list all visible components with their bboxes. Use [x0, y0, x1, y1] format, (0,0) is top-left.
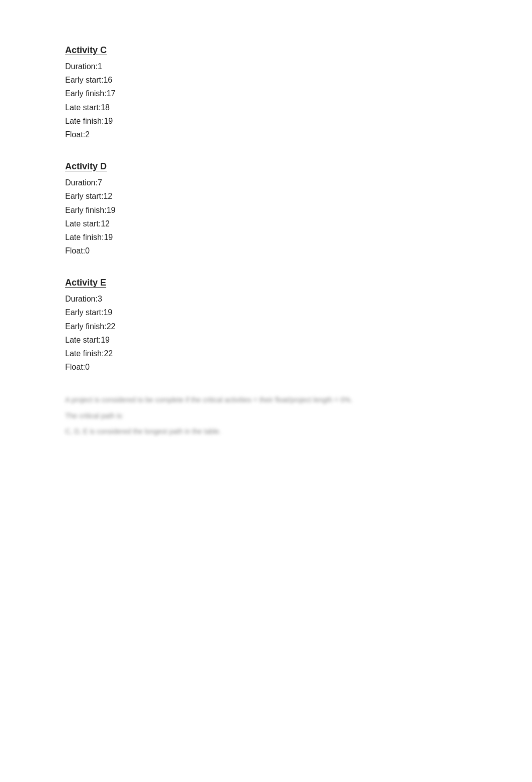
blurred-conclusion: A project is considered to be complete i… — [65, 394, 366, 438]
activity-c-early-start: Early start:16 — [65, 73, 532, 87]
activity-d-title: Activity D — [65, 161, 532, 172]
activity-d-early-start: Early start:12 — [65, 189, 532, 203]
activity-c-float: Float:2 — [65, 128, 532, 141]
page-container: Activity C Duration:1 Early start:16 Ear… — [0, 0, 532, 438]
activity-d-early-finish: Early finish:19 — [65, 203, 532, 217]
activity-c-title: Activity C — [65, 45, 532, 56]
activity-e-float: Float:0 — [65, 360, 532, 374]
activity-d-block: Activity D Duration:7 Early start:12 Ear… — [65, 161, 532, 257]
activity-d-late-start: Late start:12 — [65, 217, 532, 230]
activity-c-early-finish: Early finish:17 — [65, 87, 532, 100]
activity-c-block: Activity C Duration:1 Early start:16 Ear… — [65, 45, 532, 141]
activity-e-title: Activity E — [65, 278, 532, 288]
activity-d-late-finish: Late finish:19 — [65, 230, 532, 244]
activity-c-late-start: Late start:18 — [65, 101, 532, 114]
blurred-line-1: A project is considered to be complete i… — [65, 394, 366, 406]
blurred-line-3: C, D, E is considered the longest path i… — [65, 425, 366, 438]
activity-e-duration: Duration:3 — [65, 292, 532, 306]
activity-d-duration: Duration:7 — [65, 176, 532, 189]
activity-e-early-finish: Early finish:22 — [65, 320, 532, 333]
activity-c-late-finish: Late finish:19 — [65, 114, 532, 128]
activity-e-early-start: Early start:19 — [65, 306, 532, 319]
activity-d-float: Float:0 — [65, 244, 532, 257]
activity-e-block: Activity E Duration:3 Early start:19 Ear… — [65, 278, 532, 374]
blurred-line-2: The critical path is: — [65, 410, 366, 422]
activity-e-late-start: Late start:19 — [65, 333, 532, 347]
activity-c-duration: Duration:1 — [65, 60, 532, 73]
activity-e-late-finish: Late finish:22 — [65, 347, 532, 360]
